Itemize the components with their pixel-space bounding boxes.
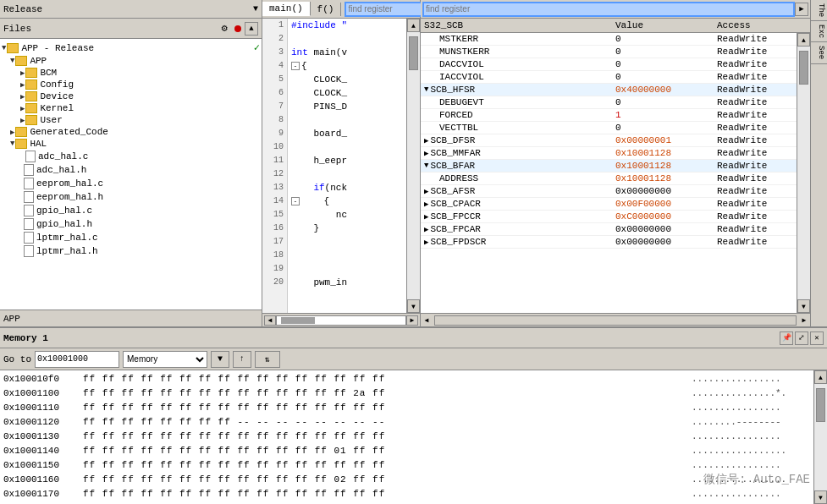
code-vscrollbar[interactable]: ▲ ▼ — [406, 19, 420, 313]
scroll-down-arrow[interactable]: ▼ — [407, 299, 420, 313]
scroll-up-arrow[interactable]: ▲ — [407, 19, 420, 32]
editor-toolbar: main() f() — [262, 0, 420, 19]
reg-value-munstkerr: 0 — [615, 47, 717, 57]
expand-scb-afsr[interactable]: ▶ — [424, 187, 428, 196]
expand-icon-device[interactable]: ▶ — [20, 92, 25, 101]
tree-item-user[interactable]: ▶ User — [0, 114, 262, 126]
reg-row-daccviol[interactable]: DACCVIOL 0 ReadWrite — [421, 58, 797, 71]
expand-icon-bcm[interactable]: ▶ — [20, 68, 25, 78]
gear-icon[interactable]: ⚙ — [218, 22, 231, 36]
memory-type-select[interactable]: Memory — [123, 351, 207, 368]
mem-scroll-up[interactable]: ▲ — [814, 370, 827, 384]
mem-next-button[interactable]: ⇅ — [255, 351, 280, 368]
reg-search-input[interactable] — [422, 2, 795, 17]
tree-item-app-release[interactable]: ▼ APP - Release ✓ — [0, 41, 262, 55]
reg-hscroll-left[interactable]: ◀ — [421, 314, 433, 326]
reg-row-scb-afsr[interactable]: ▶ SCB_AFSR 0x00000000 ReadWrite — [421, 185, 797, 198]
header-dropdown-arrow[interactable]: ▼ — [253, 4, 258, 14]
fold-btn-4[interactable]: - — [291, 62, 300, 70]
reg-scroll-right[interactable]: ▶ — [795, 3, 808, 16]
h-scroll-thumb[interactable] — [281, 317, 315, 324]
reg-row-scb-fpcar[interactable]: ▶ SCB_FPCAR 0x00000000 ReadWrite — [421, 223, 797, 236]
mem-scroll-down[interactable]: ▼ — [814, 490, 827, 504]
memory-vscrollbar[interactable]: ▲ ▼ — [813, 370, 827, 504]
mem-go-button[interactable]: ▼ — [211, 351, 229, 368]
tree-item-device[interactable]: ▶ Device — [0, 90, 262, 102]
tree-item-generated-code[interactable]: ▶ Generated_Code — [0, 126, 262, 138]
tree-label-app: APP — [30, 56, 47, 66]
reg-row-scb-hfsr[interactable]: ▼ SCB_HFSR 0x40000000 ReadWrite — [421, 84, 797, 96]
mem-scroll-thumb[interactable] — [816, 388, 825, 422]
expand-scb-fpdscr[interactable]: ▶ — [424, 238, 428, 247]
reg-hscroll-right[interactable]: ▶ — [798, 314, 810, 326]
expand-scb-mmfar[interactable]: ▶ — [424, 149, 428, 158]
code-line-18 — [291, 249, 403, 262]
expand-scb-dfsr[interactable]: ▶ — [424, 136, 428, 145]
memory-address-input[interactable] — [35, 351, 119, 368]
tree-item-bcm[interactable]: ▶ BCM — [0, 67, 262, 79]
reg-row-iaccviol[interactable]: IACCVIOL 0 ReadWrite — [421, 71, 797, 84]
scroll-thumb[interactable] — [409, 36, 418, 70]
expand-icon-generated-code[interactable]: ▶ — [10, 128, 14, 137]
reg-row-scb-fpccr[interactable]: ▶ SCB_FPCCR 0xC0000000 ReadWrite — [421, 211, 797, 223]
reg-row-address[interactable]: ADDRESS 0x10001128 ReadWrite — [421, 173, 797, 185]
reg-row-forced[interactable]: FORCED 1 ReadWrite — [421, 109, 797, 122]
reg-scroll-down-arrow[interactable]: ▼ — [797, 299, 810, 313]
tab-f[interactable]: f() — [311, 3, 342, 16]
reg-row-scb-fpdscr[interactable]: ▶ SCB_FPDSCR 0x00000000 ReadWrite — [421, 236, 797, 249]
tree-item-eeprom-hal-h[interactable]: eeprom_hal.h — [0, 190, 262, 204]
tree-item-gpio-hal-h[interactable]: gpio_hal.h — [0, 217, 262, 231]
reg-value-scb-fpccr: 0xC0000000 — [615, 211, 717, 222]
expand-icon-kernel[interactable]: ▶ — [20, 104, 25, 113]
reg-row-vecttbl[interactable]: VECTTBL 0 ReadWrite — [421, 122, 797, 134]
reg-row-mstkerr[interactable]: MSTKERR 0 ReadWrite — [421, 33, 797, 46]
code-line-8 — [291, 113, 403, 127]
tree-item-hal[interactable]: ▼ HAL — [0, 138, 262, 150]
reg-value-scb-bfar: 0x10001128 — [615, 161, 717, 171]
expand-icon-config[interactable]: ▶ — [20, 80, 25, 90]
tree-item-lptmr-hal-h[interactable]: lptmr_hal.h — [0, 244, 262, 258]
reg-row-debugevt[interactable]: DEBUGEVT 0 ReadWrite — [421, 96, 797, 109]
expand-scb-cpacr[interactable]: ▶ — [424, 200, 428, 209]
code-content[interactable]: #include " int main(v -{ CLOCK_ CLOCK_ P… — [288, 19, 406, 313]
tree-item-gpio-hal-c[interactable]: gpio_hal.c — [0, 204, 262, 217]
reg-row-scb-dfsr[interactable]: ▶ SCB_DFSR 0x00000001 ReadWrite — [421, 134, 797, 147]
reg-scroll-up-arrow[interactable]: ▲ — [797, 33, 810, 47]
mem-addr-6: 0x10001150 — [3, 458, 80, 473]
expand-scb-fpcar[interactable]: ▶ — [424, 225, 428, 234]
scroll-up-button[interactable]: ▲ — [245, 22, 258, 36]
tree-item-app[interactable]: ▼ APP — [0, 55, 262, 67]
scroll-left-arrow[interactable]: ◀ — [264, 315, 276, 326]
reg-row-munstkerr[interactable]: MUNSTKERR 0 ReadWrite — [421, 46, 797, 58]
expand-scb-fpccr[interactable]: ▶ — [424, 212, 428, 222]
far-right-see[interactable]: See — [811, 42, 827, 63]
reg-vscrollbar[interactable]: ▲ ▼ — [797, 33, 810, 313]
reg-row-scb-cpacr[interactable]: ▶ SCB_CPACR 0x00F00000 ReadWrite — [421, 198, 797, 211]
expand-scb-bfar[interactable]: ▼ — [424, 162, 428, 170]
expand-icon-user[interactable]: ▶ — [20, 116, 25, 125]
far-right-exc[interactable]: Exc — [811, 21, 827, 42]
reg-hscroll-track[interactable] — [434, 315, 797, 326]
h-scroll-track[interactable] — [276, 315, 406, 326]
expand-scb-hfsr[interactable]: ▼ — [424, 85, 428, 94]
expand-icon-hal[interactable]: ▼ — [10, 140, 14, 148]
tree-item-kernel[interactable]: ▶ Kernel — [0, 102, 262, 114]
reg-row-scb-bfar[interactable]: ▼ SCB_BFAR 0x10001128 ReadWrite — [421, 160, 797, 173]
tab-main[interactable]: main() — [262, 2, 311, 16]
expand-icon-app[interactable]: ▼ — [10, 57, 14, 65]
tree-item-adc-hal-h[interactable]: adc_hal.h — [0, 163, 262, 177]
tree-item-lptmr-hal-c[interactable]: lptmr_hal.c — [0, 231, 262, 244]
fold-btn-14[interactable]: - — [291, 197, 300, 205]
reg-row-scb-mmfar[interactable]: ▶ SCB_MMFAR 0x10001128 ReadWrite — [421, 147, 797, 160]
scroll-right-arrow[interactable]: ▶ — [406, 315, 418, 326]
mem-pin-button[interactable]: 📌 — [780, 331, 793, 345]
tree-item-adc-hal-c[interactable]: adc_hal.c — [0, 150, 262, 163]
tree-item-config[interactable]: ▶ Config — [0, 79, 262, 90]
mem-detach-button[interactable]: ⤢ — [795, 331, 808, 345]
expand-icon[interactable]: ▼ — [2, 44, 6, 52]
tree-item-eeprom-hal-c[interactable]: eeprom_hal.c — [0, 177, 262, 190]
reg-scroll-thumb[interactable] — [799, 51, 808, 85]
mem-prev-button[interactable]: ↑ — [233, 351, 251, 368]
far-right-the[interactable]: The — [811, 0, 827, 21]
mem-close-button[interactable]: ✕ — [810, 331, 824, 345]
